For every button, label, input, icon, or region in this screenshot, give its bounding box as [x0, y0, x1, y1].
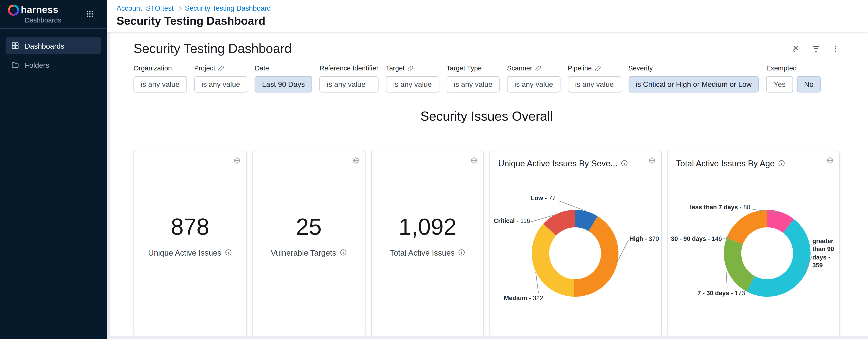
app-launcher-grid-icon[interactable]: [86, 9, 94, 20]
donut-chart: [527, 205, 623, 301]
filter-pipeline: Pipeline is any value: [568, 64, 621, 93]
donut-label-critical: Critical - 116: [494, 217, 530, 224]
content-background: Security Testing Dashboard: [106, 32, 868, 339]
filter-value-project[interactable]: is any value: [194, 76, 248, 92]
link-icon: [595, 65, 601, 72]
filter-value-severity[interactable]: is Critical or High or Medium or Low: [628, 76, 759, 92]
globe-icon[interactable]: [826, 156, 834, 167]
info-icon[interactable]: [225, 249, 232, 256]
donut-label-high: High - 370: [629, 235, 659, 242]
filter-scanner: Scanner is any value: [507, 64, 560, 93]
link-icon: [535, 65, 541, 72]
donut-label-less-than-7-days: less than 7 days - 80: [690, 204, 750, 210]
globe-icon[interactable]: [470, 156, 478, 167]
filter-value-target-type[interactable]: is any value: [446, 76, 500, 92]
donut-slice[interactable]: [724, 238, 755, 291]
filter-date: Date Last 90 Days: [255, 64, 312, 93]
dashboard-actions: [791, 44, 840, 54]
link-icon: [407, 65, 413, 72]
stat-value: 878: [171, 214, 209, 240]
donut-label-low: Low - 77: [531, 195, 555, 201]
donut-label-greater-than-90-days: greater than 90 days - 359: [812, 237, 841, 269]
donut-label-medium: Medium - 322: [504, 294, 543, 301]
app-viewport: harness Dashboards Dashboards: [0, 0, 868, 339]
donut-slice[interactable]: [574, 216, 619, 296]
filter-value-pipeline[interactable]: is any value: [568, 76, 621, 92]
dashboards-icon: [11, 42, 19, 50]
filter-label: Target Type: [446, 64, 482, 72]
filter-value-reference-identifier[interactable]: is any value: [319, 76, 378, 92]
sidebar-header: harness Dashboards: [0, 0, 106, 29]
donut-slice[interactable]: [747, 219, 811, 297]
filter-severity: Severity is Critical or High or Medium o…: [628, 64, 759, 93]
dashboard-title: Security Testing Dashboard: [133, 41, 291, 56]
harness-wordmark: harness: [21, 4, 58, 16]
link-icon: [218, 65, 224, 72]
donut-chart: [719, 205, 815, 301]
filter-label: Exempted: [766, 64, 797, 72]
donut-slice[interactable]: [727, 210, 767, 244]
filter-label: Date: [255, 64, 269, 72]
dashboard-panel: Security Testing Dashboard: [111, 32, 868, 336]
stat-value: 1,092: [399, 214, 457, 240]
stat-value: 25: [296, 214, 322, 240]
filter-label: Project: [194, 64, 215, 72]
filter-value-date[interactable]: Last 90 Days: [255, 76, 312, 92]
donut-label-30-90-days: 30 - 90 days - 146: [671, 235, 722, 242]
breadcrumb-separator-icon: [177, 6, 182, 11]
globe-icon[interactable]: [352, 156, 359, 167]
info-icon[interactable]: [339, 249, 347, 256]
page-title: Security Testing Dashboard: [117, 15, 868, 28]
filter-icon[interactable]: [811, 44, 820, 54]
page-header: Account: STO test Security Testing Dashb…: [106, 0, 868, 32]
globe-icon[interactable]: [648, 156, 656, 167]
stat-label: Total Active Issues: [390, 248, 455, 257]
filter-label: Scanner: [507, 64, 532, 72]
globe-icon[interactable]: [233, 156, 240, 167]
breadcrumb-page-link[interactable]: Security Testing Dashboard: [185, 4, 271, 12]
donut-label-7-30-days: 7 - 30 days - 173: [698, 289, 745, 296]
harness-logo-icon: [8, 4, 19, 16]
filter-label: Reference Identifier: [319, 64, 378, 72]
filter-value-target[interactable]: is any value: [386, 76, 439, 92]
filter-value-scanner[interactable]: is any value: [507, 76, 560, 92]
sidebar: harness Dashboards Dashboards: [0, 0, 106, 339]
breadcrumb: Account: STO test Security Testing Dashb…: [117, 4, 868, 12]
info-icon[interactable]: [458, 249, 465, 256]
stat-label: Unique Active Issues: [148, 248, 221, 257]
tile-unique-active-issues: 878 Unique Active Issues: [133, 151, 247, 336]
filter-target: Target is any value: [386, 64, 439, 93]
chart-title: Unique Active Issues By Seve...: [498, 159, 618, 168]
filter-label: Severity: [628, 64, 653, 72]
module-label: Dashboards: [25, 16, 106, 24]
filter-target-type: Target Type is any value: [446, 64, 500, 93]
filter-exempted-yes[interactable]: Yes: [766, 76, 793, 92]
section-title: Security Issues Overall: [133, 109, 840, 124]
tile-vulnerable-targets: 25 Vulnerable Targets: [252, 151, 366, 336]
filter-value-organization[interactable]: is any value: [133, 76, 187, 92]
sidebar-item-folders[interactable]: Folders: [6, 56, 101, 73]
main-area: Account: STO test Security Testing Dashb…: [106, 0, 868, 339]
filter-exempted-no[interactable]: No: [797, 76, 821, 92]
kebab-menu-icon[interactable]: [832, 45, 840, 53]
filter-reference-identifier: Reference Identifier is any value: [319, 64, 378, 93]
sidebar-item-dashboards[interactable]: Dashboards: [6, 37, 101, 54]
close-icon[interactable]: [791, 44, 800, 54]
tile-total-active-issues-by-age: Total Active Issues By Age: [668, 151, 840, 336]
filter-label: Target: [386, 64, 405, 72]
tile-unique-active-issues-by-severity: Unique Active Issues By Seve...: [490, 151, 662, 336]
info-icon[interactable]: [778, 160, 785, 167]
folder-icon: [11, 61, 19, 69]
sidebar-item-label: Dashboards: [25, 41, 64, 50]
filter-bar: Organization is any value Project: [133, 64, 840, 93]
filter-label: Pipeline: [568, 64, 592, 72]
filter-label: Organization: [133, 64, 172, 72]
stat-label: Vulnerable Targets: [271, 248, 336, 257]
filter-exempted: Exempted Yes No: [766, 64, 821, 93]
tile-total-active-issues: 1,092 Total Active Issues: [371, 151, 484, 336]
info-icon[interactable]: [621, 160, 628, 167]
chart-title: Total Active Issues By Age: [676, 159, 775, 168]
donut-slice[interactable]: [532, 224, 575, 297]
filter-project: Project is any value: [194, 64, 248, 93]
breadcrumb-account-link[interactable]: Account: STO test: [117, 4, 174, 12]
